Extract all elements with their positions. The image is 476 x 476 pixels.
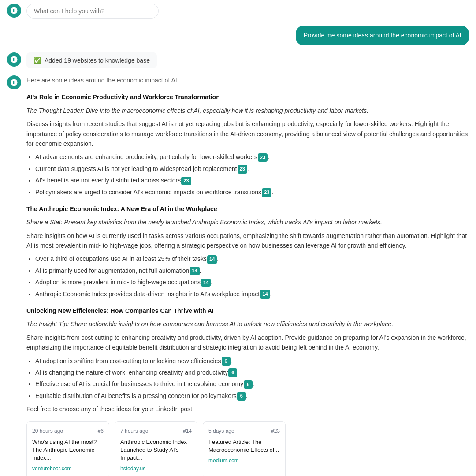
section-3-title: Unlocking New Efficiencies: How Companie… [26, 306, 469, 316]
bullet-item: Policymakers are urged to consider AI's … [35, 187, 469, 197]
source-card-1-domain: venturebeat.com [32, 465, 104, 473]
section-3-bullets: AI adoption is shifting from cost-cuttin… [26, 356, 469, 401]
section-3-italic: The Insight Tip: Share actionable insigh… [26, 319, 469, 329]
source-card-1-time: 20 hours ago [32, 427, 63, 435]
bullet-item: AI is changing the nature of work, enhan… [35, 368, 469, 377]
system-avatar [7, 52, 21, 67]
citation-badge: 23 [238, 165, 247, 174]
what-can-i-help-input[interactable] [26, 4, 159, 19]
section-1-body: Discuss insights from recent studies tha… [26, 119, 469, 149]
source-card-2-title: Anthropic Economic Index Launched to Stu… [120, 438, 192, 462]
source-card-3-header: 5 days ago #23 [208, 427, 280, 435]
input-display-row [0, 0, 476, 22]
source-card-1-tag: #6 [98, 427, 104, 435]
system-message-row: ✅ Added 19 websites to knowledge base [0, 49, 476, 72]
citation-badge: 6 [244, 380, 253, 389]
assistant-intro: Here are some ideas around the economic … [26, 75, 469, 85]
avatar-logo [7, 4, 21, 18]
logo-icon-3 [10, 78, 18, 86]
source-cards: 20 hours ago #6 Who's using AI the most?… [26, 421, 469, 476]
section-3-body: Share insights from cost-cutting to enha… [26, 333, 469, 353]
source-card-1[interactable]: 20 hours ago #6 Who's using AI the most?… [26, 421, 109, 476]
source-card-3[interactable]: 5 days ago #23 Featured Article: The Mac… [203, 421, 286, 476]
source-card-1-title: Who's using AI the most? The Anthropic E… [32, 438, 104, 462]
source-card-2[interactable]: 7 hours ago #14 Anthropic Economic Index… [115, 421, 197, 476]
user-message-text: Provide me some ideas around the economi… [304, 32, 461, 39]
bullet-item: AI advancements are enhancing productivi… [35, 152, 469, 162]
section-1-title: AI's Role in Economic Productivity and W… [26, 92, 469, 102]
source-card-1-header: 20 hours ago #6 [32, 427, 104, 435]
user-message-row: Provide me some ideas around the economi… [0, 22, 476, 49]
source-card-2-domain: hstoday.us [120, 465, 192, 473]
citation-badge: 14 [207, 255, 217, 264]
source-card-3-tag: #23 [271, 427, 280, 435]
source-card-2-tag: #14 [183, 427, 192, 435]
citation-badge: 6 [228, 368, 237, 377]
assistant-content: Here are some ideas around the economic … [26, 75, 469, 476]
system-text: Added 19 websites to knowledge base [45, 57, 150, 64]
section-1-italic: The Thought Leader: Dive into the macroe… [26, 106, 469, 115]
section-2-title: The Anthropic Economic Index: A New Era … [26, 204, 469, 214]
bullet-item: AI's benefits are not evenly distributed… [35, 175, 469, 185]
assistant-avatar [7, 75, 21, 89]
citation-badge: 6 [222, 357, 231, 366]
system-message: ✅ Added 19 websites to knowledge base [26, 52, 157, 68]
section-2-italic: Share a Stat: Present key statistics fro… [26, 217, 469, 227]
citation-badge: 14 [260, 290, 270, 299]
citation-badge: 23 [181, 177, 191, 186]
bullet-item: AI adoption is shifting from cost-cuttin… [35, 356, 469, 366]
user-bubble: Provide me some ideas around the economi… [296, 26, 469, 45]
section-2-bullets: Over a third of occupations use AI in at… [26, 254, 469, 299]
citation-badge: 6 [237, 392, 246, 401]
source-card-2-time: 7 hours ago [120, 427, 148, 435]
assistant-message-row: Here are some ideas around the economic … [0, 72, 476, 476]
source-card-3-time: 5 days ago [208, 427, 234, 435]
bullet-item: Adoption is more prevalent in mid- to hi… [35, 277, 469, 287]
citation-badge: 23 [262, 188, 271, 197]
logo-icon [10, 7, 18, 15]
system-icon: ✅ [33, 57, 41, 64]
citation-badge: 14 [190, 267, 199, 275]
bullet-item: Current data suggests AI is not yet lead… [35, 164, 469, 174]
section-2-body: Share insights on how AI is currently us… [26, 231, 469, 251]
citation-badge: 14 [201, 279, 211, 287]
source-card-3-domain: medium.com [208, 457, 280, 465]
bullet-item: AI is primarily used for augmentation, n… [35, 266, 469, 275]
logo-icon-2 [10, 56, 18, 63]
source-card-3-title: Featured Article: The Macroeconomic Effe… [208, 438, 280, 454]
closing-text: Feel free to choose any of these ideas f… [26, 404, 469, 414]
bullet-item: Equitable distribution of AI benefits is… [35, 391, 469, 401]
bullet-item: Over a third of occupations use AI in at… [35, 254, 469, 264]
section-1-bullets: AI advancements are enhancing productivi… [26, 152, 469, 197]
bullet-item: Effective use of AI is crucial for busin… [35, 379, 469, 389]
citation-badge: 23 [258, 153, 268, 162]
source-card-2-header: 7 hours ago #14 [120, 427, 192, 435]
bullet-item: Anthropic Economic Index provides data-d… [35, 289, 469, 299]
